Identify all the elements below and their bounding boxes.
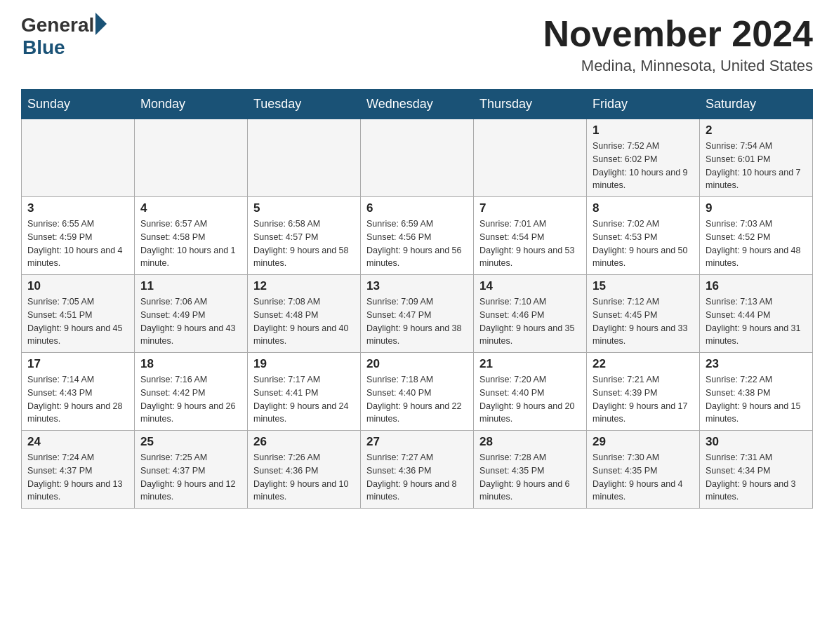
day-number: 7	[479, 201, 581, 215]
day-number: 28	[479, 435, 581, 449]
day-number: 26	[253, 435, 355, 449]
calendar-cell	[135, 119, 248, 197]
day-info: Sunrise: 7:03 AM Sunset: 4:52 PM Dayligh…	[706, 217, 807, 270]
day-info: Sunrise: 7:10 AM Sunset: 4:46 PM Dayligh…	[479, 295, 581, 348]
day-info: Sunrise: 7:52 AM Sunset: 6:02 PM Dayligh…	[593, 140, 694, 192]
day-number: 1	[593, 123, 694, 137]
calendar-cell: 12Sunrise: 7:08 AM Sunset: 4:48 PM Dayli…	[248, 275, 361, 353]
day-info: Sunrise: 7:21 AM Sunset: 4:39 PM Dayligh…	[593, 373, 694, 426]
day-number: 14	[479, 279, 581, 293]
day-info: Sunrise: 7:16 AM Sunset: 4:42 PM Dayligh…	[140, 373, 241, 426]
day-number: 9	[706, 201, 807, 215]
location-subtitle: Medina, Minnesota, United States	[543, 57, 813, 75]
day-number: 20	[366, 357, 468, 371]
page-header: General Blue November 2024 Medina, Minne…	[21, 14, 813, 75]
day-info: Sunrise: 7:01 AM Sunset: 4:54 PM Dayligh…	[479, 217, 581, 270]
day-info: Sunrise: 7:05 AM Sunset: 4:51 PM Dayligh…	[27, 295, 128, 348]
logo: General Blue	[21, 14, 107, 59]
day-info: Sunrise: 7:24 AM Sunset: 4:37 PM Dayligh…	[27, 451, 128, 504]
day-info: Sunrise: 6:59 AM Sunset: 4:56 PM Dayligh…	[366, 217, 468, 270]
calendar-cell: 3Sunrise: 6:55 AM Sunset: 4:59 PM Daylig…	[22, 197, 135, 275]
day-info: Sunrise: 7:09 AM Sunset: 4:47 PM Dayligh…	[366, 295, 468, 348]
calendar-cell: 19Sunrise: 7:17 AM Sunset: 4:41 PM Dayli…	[248, 353, 361, 431]
day-number: 25	[140, 435, 241, 449]
day-number: 29	[593, 435, 694, 449]
calendar-header-wednesday: Wednesday	[361, 90, 474, 119]
day-info: Sunrise: 7:17 AM Sunset: 4:41 PM Dayligh…	[253, 373, 355, 426]
day-info: Sunrise: 7:14 AM Sunset: 4:43 PM Dayligh…	[27, 373, 128, 426]
calendar-cell: 29Sunrise: 7:30 AM Sunset: 4:35 PM Dayli…	[587, 431, 700, 509]
calendar-cell: 23Sunrise: 7:22 AM Sunset: 4:38 PM Dayli…	[700, 353, 813, 431]
calendar-cell	[474, 119, 587, 197]
day-info: Sunrise: 7:12 AM Sunset: 4:45 PM Dayligh…	[593, 295, 694, 348]
calendar-cell	[361, 119, 474, 197]
calendar-cell: 14Sunrise: 7:10 AM Sunset: 4:46 PM Dayli…	[474, 275, 587, 353]
calendar-cell: 28Sunrise: 7:28 AM Sunset: 4:35 PM Dayli…	[474, 431, 587, 509]
day-info: Sunrise: 7:28 AM Sunset: 4:35 PM Dayligh…	[479, 451, 581, 504]
calendar-cell: 20Sunrise: 7:18 AM Sunset: 4:40 PM Dayli…	[361, 353, 474, 431]
day-info: Sunrise: 7:22 AM Sunset: 4:38 PM Dayligh…	[706, 373, 807, 426]
calendar-cell: 4Sunrise: 6:57 AM Sunset: 4:58 PM Daylig…	[135, 197, 248, 275]
calendar-cell: 22Sunrise: 7:21 AM Sunset: 4:39 PM Dayli…	[587, 353, 700, 431]
calendar-header-friday: Friday	[587, 90, 700, 119]
calendar-cell: 21Sunrise: 7:20 AM Sunset: 4:40 PM Dayli…	[474, 353, 587, 431]
calendar-header-tuesday: Tuesday	[248, 90, 361, 119]
calendar-cell: 25Sunrise: 7:25 AM Sunset: 4:37 PM Dayli…	[135, 431, 248, 509]
calendar-cell: 26Sunrise: 7:26 AM Sunset: 4:36 PM Dayli…	[248, 431, 361, 509]
calendar-cell: 24Sunrise: 7:24 AM Sunset: 4:37 PM Dayli…	[22, 431, 135, 509]
logo-general-text: General	[21, 14, 94, 36]
day-number: 19	[253, 357, 355, 371]
calendar-header-row: SundayMondayTuesdayWednesdayThursdayFrid…	[22, 90, 813, 119]
calendar-cell: 7Sunrise: 7:01 AM Sunset: 4:54 PM Daylig…	[474, 197, 587, 275]
day-number: 3	[27, 201, 128, 215]
day-number: 21	[479, 357, 581, 371]
calendar-header-sunday: Sunday	[22, 90, 135, 119]
day-number: 12	[253, 279, 355, 293]
month-title: November 2024	[543, 14, 813, 54]
calendar-cell: 5Sunrise: 6:58 AM Sunset: 4:57 PM Daylig…	[248, 197, 361, 275]
day-number: 15	[593, 279, 694, 293]
calendar-cell: 15Sunrise: 7:12 AM Sunset: 4:45 PM Dayli…	[587, 275, 700, 353]
day-number: 13	[366, 279, 468, 293]
calendar-cell: 6Sunrise: 6:59 AM Sunset: 4:56 PM Daylig…	[361, 197, 474, 275]
day-number: 5	[253, 201, 355, 215]
day-info: Sunrise: 7:13 AM Sunset: 4:44 PM Dayligh…	[706, 295, 807, 348]
day-number: 6	[366, 201, 468, 215]
day-number: 11	[140, 279, 241, 293]
calendar-week-row: 17Sunrise: 7:14 AM Sunset: 4:43 PM Dayli…	[22, 353, 813, 431]
day-number: 4	[140, 201, 241, 215]
calendar-cell: 17Sunrise: 7:14 AM Sunset: 4:43 PM Dayli…	[22, 353, 135, 431]
calendar-cell: 1Sunrise: 7:52 AM Sunset: 6:02 PM Daylig…	[587, 119, 700, 197]
day-number: 30	[706, 435, 807, 449]
title-section: November 2024 Medina, Minnesota, United …	[543, 14, 813, 75]
day-info: Sunrise: 7:06 AM Sunset: 4:49 PM Dayligh…	[140, 295, 241, 348]
calendar-header-saturday: Saturday	[700, 90, 813, 119]
calendar-cell	[22, 119, 135, 197]
day-number: 16	[706, 279, 807, 293]
day-info: Sunrise: 7:30 AM Sunset: 4:35 PM Dayligh…	[593, 451, 694, 504]
calendar-week-row: 1Sunrise: 7:52 AM Sunset: 6:02 PM Daylig…	[22, 119, 813, 197]
logo-arrow-icon	[95, 13, 107, 35]
calendar-cell: 2Sunrise: 7:54 AM Sunset: 6:01 PM Daylig…	[700, 119, 813, 197]
day-info: Sunrise: 6:58 AM Sunset: 4:57 PM Dayligh…	[253, 217, 355, 270]
calendar-header-monday: Monday	[135, 90, 248, 119]
calendar-cell: 11Sunrise: 7:06 AM Sunset: 4:49 PM Dayli…	[135, 275, 248, 353]
calendar-cell: 16Sunrise: 7:13 AM Sunset: 4:44 PM Dayli…	[700, 275, 813, 353]
day-number: 10	[27, 279, 128, 293]
day-number: 22	[593, 357, 694, 371]
day-number: 18	[140, 357, 241, 371]
calendar-cell: 9Sunrise: 7:03 AM Sunset: 4:52 PM Daylig…	[700, 197, 813, 275]
calendar-cell	[248, 119, 361, 197]
day-info: Sunrise: 6:55 AM Sunset: 4:59 PM Dayligh…	[27, 217, 128, 270]
calendar-week-row: 10Sunrise: 7:05 AM Sunset: 4:51 PM Dayli…	[22, 275, 813, 353]
day-info: Sunrise: 7:27 AM Sunset: 4:36 PM Dayligh…	[366, 451, 468, 504]
day-info: Sunrise: 7:26 AM Sunset: 4:36 PM Dayligh…	[253, 451, 355, 504]
calendar-cell: 10Sunrise: 7:05 AM Sunset: 4:51 PM Dayli…	[22, 275, 135, 353]
calendar-cell: 8Sunrise: 7:02 AM Sunset: 4:53 PM Daylig…	[587, 197, 700, 275]
day-info: Sunrise: 7:18 AM Sunset: 4:40 PM Dayligh…	[366, 373, 468, 426]
day-number: 17	[27, 357, 128, 371]
day-number: 27	[366, 435, 468, 449]
logo-blue-text: Blue	[22, 36, 65, 59]
day-number: 23	[706, 357, 807, 371]
calendar-cell: 18Sunrise: 7:16 AM Sunset: 4:42 PM Dayli…	[135, 353, 248, 431]
